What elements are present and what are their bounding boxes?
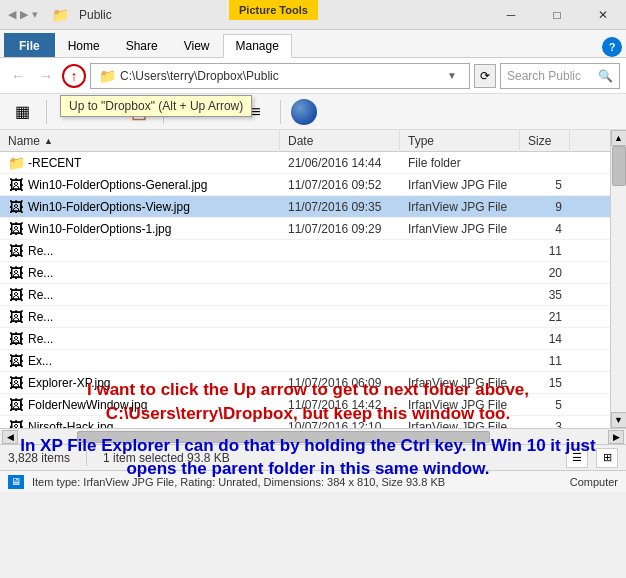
column-header-type[interactable]: Type bbox=[400, 130, 520, 152]
column-header-date[interactable]: Date bbox=[280, 130, 400, 152]
up-button[interactable]: ↑ bbox=[62, 64, 86, 88]
table-row[interactable]: 🖼 Re... 11 bbox=[0, 240, 610, 262]
file-list[interactable]: Name ▲ Date Type Size 📁 -RECENT 21/06/20… bbox=[0, 130, 610, 428]
scroll-left-arrow[interactable]: ◀ bbox=[2, 430, 18, 444]
file-name-cell: 📁 -RECENT bbox=[0, 155, 280, 171]
tab-manage[interactable]: Manage bbox=[223, 34, 292, 58]
search-placeholder: Search Public bbox=[507, 69, 598, 83]
tab-home[interactable]: Home bbox=[55, 33, 113, 57]
nav-forward-icon: ▶ bbox=[20, 8, 28, 21]
nav-down-icon: ▾ bbox=[32, 8, 38, 21]
status-divider bbox=[86, 450, 87, 466]
file-name-cell: 🖼 Re... bbox=[0, 243, 280, 259]
file-name: Re... bbox=[28, 288, 53, 302]
tiles-view-button[interactable]: ⊞ bbox=[596, 448, 618, 468]
table-row[interactable]: 🖼 Re... 14 bbox=[0, 328, 610, 350]
ribbon-separator-3 bbox=[280, 100, 281, 124]
tab-file[interactable]: File bbox=[4, 33, 55, 57]
table-row[interactable]: 🖼 Win10-FolderOptions-View.jpg 11/07/201… bbox=[0, 196, 610, 218]
file-size-cell: 3 bbox=[520, 420, 570, 429]
table-row[interactable]: 🖼 Win10-FolderOptions-1.jpg 11/07/2016 0… bbox=[0, 218, 610, 240]
tile-view-button[interactable]: ▦ bbox=[8, 98, 36, 126]
file-name: Re... bbox=[28, 244, 53, 258]
info-bar: 🖥 Item type: IrfanView JPG File, Rating:… bbox=[0, 470, 626, 492]
h-scroll-track[interactable] bbox=[18, 430, 608, 444]
title-bar-left: ◀ ▶ ▾ 📁 Public bbox=[8, 7, 112, 23]
maximize-button[interactable]: □ bbox=[534, 0, 580, 30]
table-row[interactable]: 🖼 Explorer-XP.jpg 11/07/2016 06:09 Irfan… bbox=[0, 372, 610, 394]
tab-view[interactable]: View bbox=[171, 33, 223, 57]
scroll-thumb[interactable] bbox=[612, 146, 626, 186]
file-type-cell: IrfanView JPG File bbox=[400, 376, 520, 390]
file-rows-container: 📁 -RECENT 21/06/2016 14:44 File folder 🖼… bbox=[0, 152, 610, 428]
scroll-up-arrow[interactable]: ▲ bbox=[611, 130, 627, 146]
file-date-cell: 11/07/2016 09:29 bbox=[280, 222, 400, 236]
file-size-cell: 20 bbox=[520, 266, 570, 280]
sort-arrow: ▲ bbox=[44, 136, 53, 146]
scroll-right-arrow[interactable]: ▶ bbox=[608, 430, 624, 444]
table-row[interactable]: 🖼 Ex... 11 bbox=[0, 350, 610, 372]
ribbon-separator-1 bbox=[46, 100, 47, 124]
table-row[interactable]: 🖼 FolderNewWindow.jpg 11/07/2016 14:42 I… bbox=[0, 394, 610, 416]
file-size-cell: 11 bbox=[520, 244, 570, 258]
table-row[interactable]: 🖼 Nirsoft-Hack.jpg 10/07/2016 12:10 Irfa… bbox=[0, 416, 610, 428]
file-name: Win10-FolderOptions-View.jpg bbox=[28, 200, 190, 214]
file-name: Explorer-XP.jpg bbox=[28, 376, 111, 390]
scroll-down-arrow[interactable]: ▼ bbox=[611, 412, 627, 428]
file-info-text: Item type: IrfanView JPG File, Rating: U… bbox=[32, 476, 445, 488]
computer-icon: 🖥 bbox=[8, 475, 24, 489]
address-path: C:\Users\terry\Dropbox\Public bbox=[120, 69, 443, 83]
table-row[interactable]: 📁 -RECENT 21/06/2016 14:44 File folder bbox=[0, 152, 610, 174]
horizontal-scrollbar[interactable]: ◀ ▶ bbox=[0, 428, 626, 444]
forward-button[interactable]: → bbox=[34, 64, 58, 88]
file-name: FolderNewWindow.jpg bbox=[28, 398, 147, 412]
file-size-cell: 15 bbox=[520, 376, 570, 390]
file-name-cell: 🖼 Re... bbox=[0, 331, 280, 347]
table-row[interactable]: 🖼 Re... 20 bbox=[0, 262, 610, 284]
file-size-cell: 4 bbox=[520, 222, 570, 236]
address-dropdown-arrow[interactable]: ▼ bbox=[443, 70, 461, 81]
globe-button[interactable] bbox=[291, 99, 317, 125]
view-controls: ☰ ⊞ bbox=[566, 448, 618, 468]
file-type-icon: 🖼 bbox=[8, 243, 24, 259]
close-button[interactable]: ✕ bbox=[580, 0, 626, 30]
file-name-cell: 🖼 Win10-FolderOptions-1.jpg bbox=[0, 221, 280, 237]
toolbar-row: ← → ↑ 📁 C:\Users\terry\Dropbox\Public ▼ … bbox=[0, 58, 626, 94]
file-name-cell: 🖼 Re... bbox=[0, 309, 280, 325]
title-bar: ◀ ▶ ▾ 📁 Public Picture Tools ─ □ ✕ bbox=[0, 0, 626, 30]
search-box[interactable]: Search Public 🔍 bbox=[500, 63, 620, 89]
vertical-scrollbar[interactable]: ▲ ▼ bbox=[610, 130, 626, 428]
tooltip: Up to "Dropbox" (Alt + Up Arrow) bbox=[60, 95, 252, 117]
content-area: Name ▲ Date Type Size 📁 -RECENT 21/06/20… bbox=[0, 130, 626, 428]
file-type-cell: File folder bbox=[400, 156, 520, 170]
table-row[interactable]: 🖼 Re... 35 bbox=[0, 284, 610, 306]
table-row[interactable]: 🖼 Win10-FolderOptions-General.jpg 11/07/… bbox=[0, 174, 610, 196]
file-type-icon: 🖼 bbox=[8, 221, 24, 237]
ribbon-tabs: File Home Share View Manage ? bbox=[0, 30, 626, 58]
file-name-cell: 🖼 Win10-FolderOptions-General.jpg bbox=[0, 177, 280, 193]
file-date-cell: 11/07/2016 14:42 bbox=[280, 398, 400, 412]
file-type-icon: 🖼 bbox=[8, 265, 24, 281]
file-name-cell: 🖼 Re... bbox=[0, 265, 280, 281]
minimize-button[interactable]: ─ bbox=[488, 0, 534, 30]
address-bar[interactable]: 📁 C:\Users\terry\Dropbox\Public ▼ bbox=[90, 63, 470, 89]
table-row[interactable]: 🖼 Re... 21 bbox=[0, 306, 610, 328]
file-name: Win10-FolderOptions-General.jpg bbox=[28, 178, 207, 192]
details-view-button[interactable]: ☰ bbox=[566, 448, 588, 468]
refresh-button[interactable]: ⟳ bbox=[474, 64, 496, 88]
nav-back-icon: ◀ bbox=[8, 8, 16, 21]
help-button[interactable]: ? bbox=[602, 37, 622, 57]
back-button[interactable]: ← bbox=[6, 64, 30, 88]
file-size-cell: 5 bbox=[520, 398, 570, 412]
picture-tools-tab[interactable]: Picture Tools bbox=[229, 0, 318, 20]
tab-share[interactable]: Share bbox=[113, 33, 171, 57]
column-header-name[interactable]: Name ▲ bbox=[0, 130, 280, 152]
column-header-size[interactable]: Size bbox=[520, 130, 570, 152]
file-type-cell: IrfanView JPG File bbox=[400, 222, 520, 236]
file-name: Win10-FolderOptions-1.jpg bbox=[28, 222, 171, 236]
file-name: -RECENT bbox=[28, 156, 81, 170]
h-scroll-thumb[interactable] bbox=[77, 431, 490, 443]
folder-path-icon: 📁 bbox=[99, 68, 116, 84]
scroll-track[interactable] bbox=[611, 146, 627, 412]
file-name-cell: 🖼 Explorer-XP.jpg bbox=[0, 375, 280, 391]
